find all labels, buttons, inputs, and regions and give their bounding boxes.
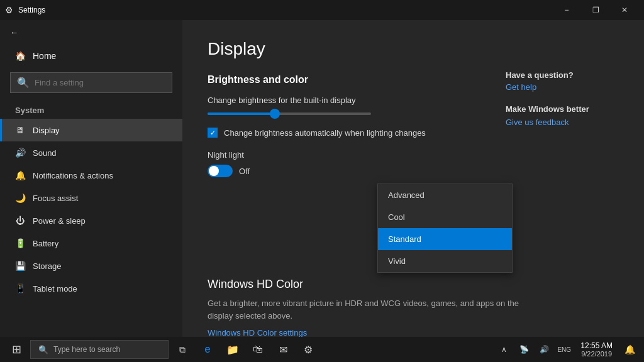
- display-label: Display: [33, 126, 60, 135]
- store-icon[interactable]: 🛍: [247, 337, 269, 362]
- sidebar-item-power-sleep[interactable]: ⏻ Power & sleep: [0, 209, 182, 232]
- title-bar: ⚙ Settings − ❐ ✕: [0, 0, 644, 20]
- home-icon: 🏠: [15, 51, 25, 61]
- task-view-button[interactable]: ⧉: [171, 337, 194, 362]
- tray-speaker[interactable]: 🔊: [535, 337, 553, 362]
- windows-hd-section: Windows HD Color Get a brighter, more vi…: [208, 278, 619, 337]
- taskbar-search-text: Type here to search: [53, 345, 120, 354]
- tray-chevron[interactable]: ∧: [495, 337, 513, 362]
- sidebar-search[interactable]: 🔍: [10, 72, 172, 93]
- windows-hd-title: Windows HD Color: [208, 278, 619, 291]
- back-button[interactable]: ←: [0, 20, 182, 45]
- sidebar-item-tablet-mode[interactable]: 📱 Tablet mode: [0, 277, 182, 300]
- close-button[interactable]: ✕: [610, 0, 639, 20]
- home-label: Home: [33, 51, 56, 61]
- edge-icon[interactable]: e: [196, 337, 219, 362]
- restore-button[interactable]: ❐: [581, 0, 610, 20]
- display-icon: 🖥: [15, 125, 25, 135]
- power-sleep-icon: ⏻: [15, 216, 25, 226]
- tablet-mode-icon: 📱: [15, 283, 25, 293]
- title-bar-controls: − ❐ ✕: [552, 0, 639, 20]
- back-arrow-icon: ←: [10, 28, 18, 37]
- page-title: Display: [208, 39, 619, 59]
- brightness-slider-thumb[interactable]: [270, 109, 280, 119]
- night-light-row: Night light: [208, 150, 619, 160]
- dropdown-item-standard[interactable]: Standard: [378, 228, 512, 250]
- taskbar-search-icon: 🔍: [38, 345, 48, 354]
- sidebar-item-home[interactable]: 🏠 Home: [0, 45, 182, 67]
- sidebar-item-storage[interactable]: 💾 Storage: [0, 255, 182, 277]
- search-icon: 🔍: [17, 77, 30, 89]
- battery-icon: 🔋: [15, 238, 25, 248]
- dropdown-item-cool[interactable]: Cool: [378, 206, 512, 228]
- battery-label: Battery: [33, 239, 58, 248]
- file-explorer-icon[interactable]: 📁: [221, 337, 244, 362]
- focus-assist-icon: 🌙: [15, 193, 25, 203]
- storage-icon: 💾: [15, 261, 25, 271]
- search-input[interactable]: [35, 78, 165, 87]
- title-bar-title: Settings: [18, 6, 45, 14]
- brightness-slider-track[interactable]: [208, 112, 371, 115]
- settings-icon: ⚙: [5, 5, 13, 15]
- clock-time: 12:55 AM: [580, 341, 613, 350]
- tray-network[interactable]: 📡: [515, 337, 533, 362]
- mail-icon[interactable]: ✉: [272, 337, 294, 362]
- sidebar-item-focus-assist[interactable]: 🌙 Focus assist: [0, 187, 182, 209]
- sidebar-item-sound[interactable]: 🔊 Sound: [0, 141, 182, 164]
- night-light-toggle[interactable]: [208, 165, 233, 177]
- sound-icon: 🔊: [15, 148, 25, 158]
- dropdown-item-advanced[interactable]: Advanced: [378, 184, 512, 206]
- notifications-icon: 🔔: [15, 170, 25, 180]
- tray-keyboard[interactable]: ENG: [555, 337, 573, 362]
- windows-hd-desc: Get a brighter, more vibrant picture in …: [208, 297, 522, 322]
- auto-brightness-row: ✓ Change brightness automatically when l…: [208, 128, 619, 138]
- night-light-off-label: Off: [239, 167, 250, 176]
- taskbar-clock[interactable]: 12:55 AM 9/22/2019: [575, 337, 618, 362]
- sidebar-item-notifications[interactable]: 🔔 Notifications & actions: [0, 164, 182, 187]
- app-container: ← 🏠 Home 🔍 System 🖥 Display 🔊 Sound 🔔 No…: [0, 20, 644, 337]
- title-bar-left: ⚙ Settings: [5, 5, 45, 15]
- feedback-link[interactable]: Give us feedback: [506, 118, 569, 127]
- color-profile-dropdown[interactable]: Advanced Cool Standard Vivid: [377, 184, 513, 273]
- minimize-button[interactable]: −: [552, 0, 581, 20]
- clock-date: 9/22/2019: [581, 350, 612, 358]
- make-better-label: Make Windows better: [506, 104, 631, 114]
- sidebar: ← 🏠 Home 🔍 System 🖥 Display 🔊 Sound 🔔 No…: [0, 20, 182, 337]
- sidebar-section-label: System: [0, 98, 182, 119]
- windows-hd-link[interactable]: Windows HD Color settings: [208, 328, 307, 337]
- power-sleep-label: Power & sleep: [33, 216, 86, 226]
- storage-label: Storage: [33, 261, 62, 271]
- help-question: Have a question?: [506, 70, 631, 80]
- taskbar-search[interactable]: 🔍 Type here to search: [30, 340, 169, 359]
- tablet-mode-label: Tablet mode: [33, 284, 77, 293]
- sidebar-item-display[interactable]: 🖥 Display: [0, 119, 182, 141]
- sidebar-item-battery[interactable]: 🔋 Battery: [0, 232, 182, 255]
- settings-taskbar-icon[interactable]: ⚙: [297, 337, 319, 362]
- brightness-slider-fill: [208, 112, 273, 115]
- focus-assist-label: Focus assist: [33, 194, 78, 203]
- sound-label: Sound: [33, 148, 57, 158]
- notification-center[interactable]: 🔔: [620, 337, 639, 362]
- start-button[interactable]: ⊞: [5, 337, 28, 362]
- night-light-label: Night light: [208, 150, 244, 160]
- notifications-label: Notifications & actions: [33, 171, 113, 180]
- taskbar: ⊞ 🔍 Type here to search ⧉ e 📁 🛍 ✉ ⚙ ∧ 📡 …: [0, 337, 644, 362]
- dropdown-item-vivid[interactable]: Vivid: [378, 250, 512, 272]
- toggle-knob: [209, 166, 219, 176]
- main-content: Display Brightness and color Change brig…: [182, 20, 644, 337]
- auto-brightness-label: Change brightness automatically when lig…: [224, 128, 426, 138]
- get-help-link[interactable]: Get help: [506, 82, 631, 92]
- help-panel: Have a question? Get help Make Windows b…: [506, 70, 631, 128]
- auto-brightness-checkbox[interactable]: ✓: [208, 128, 218, 138]
